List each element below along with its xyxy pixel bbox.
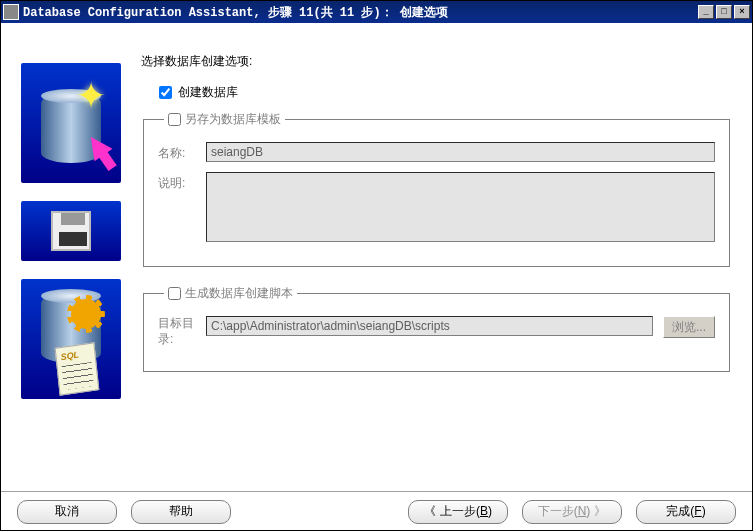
save-as-template-label: 另存为数据库模板	[185, 111, 281, 128]
back-chevron-icon: 《	[424, 503, 436, 520]
template-desc-textarea	[206, 172, 715, 242]
next-chevron-icon: 》	[594, 503, 606, 520]
generate-script-fieldset: 生成数据库创建脚本 目标目录: 浏览...	[143, 285, 730, 372]
sparkle-icon: ✦	[76, 75, 106, 117]
wizard-footer: 取消 帮助 《 上一步(B) 下一步(N) 》 完成(F)	[1, 491, 752, 531]
sidebar-image-script	[21, 279, 121, 399]
target-directory-input	[206, 316, 653, 336]
wizard-sidebar: ✦	[1, 23, 131, 491]
close-button[interactable]: ×	[734, 5, 750, 19]
template-name-label: 名称:	[158, 142, 196, 162]
template-desc-label: 说明:	[158, 172, 196, 192]
window-sysmenu-icon[interactable]	[3, 4, 19, 20]
minimize-button[interactable]: _	[698, 5, 714, 19]
create-database-checkbox[interactable]	[159, 86, 172, 99]
next-button: 下一步(N) 》	[522, 500, 622, 524]
generate-script-label: 生成数据库创建脚本	[185, 285, 293, 302]
main-panel: 选择数据库创建选项: 创建数据库 另存为数据库模板 名称: 说明:	[131, 23, 752, 491]
section-heading: 选择数据库创建选项:	[141, 53, 732, 70]
floppy-icon	[51, 211, 91, 251]
window-title: Database Configuration Assistant, 步骤 11(…	[23, 4, 698, 21]
maximize-button[interactable]: □	[716, 5, 732, 19]
sql-script-icon	[55, 342, 100, 395]
generate-script-checkbox[interactable]	[168, 287, 181, 300]
gear-icon	[71, 299, 101, 329]
back-button[interactable]: 《 上一步(B)	[408, 500, 508, 524]
save-as-template-fieldset: 另存为数据库模板 名称: 说明:	[143, 111, 730, 267]
cancel-button[interactable]: 取消	[17, 500, 117, 524]
finish-button[interactable]: 完成(F)	[636, 500, 736, 524]
help-button[interactable]: 帮助	[131, 500, 231, 524]
browse-button: 浏览...	[663, 316, 715, 338]
titlebar: Database Configuration Assistant, 步骤 11(…	[1, 1, 752, 23]
sidebar-image-save	[21, 201, 121, 261]
save-as-template-checkbox[interactable]	[168, 113, 181, 126]
sidebar-image-create-db: ✦	[21, 63, 121, 183]
create-database-label: 创建数据库	[178, 84, 238, 101]
template-name-input	[206, 142, 715, 162]
target-directory-label: 目标目录:	[158, 316, 196, 347]
